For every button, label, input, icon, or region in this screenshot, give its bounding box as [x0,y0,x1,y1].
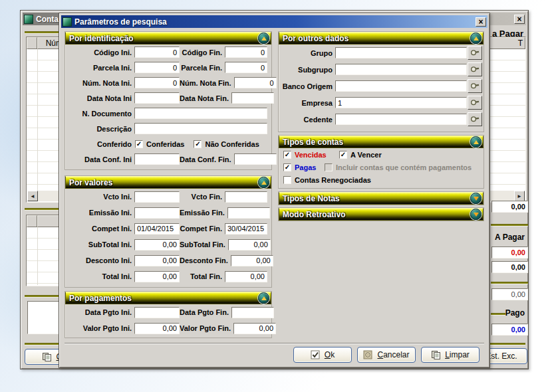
desconto-ini-input[interactable]: 0,00 [134,255,180,266]
field-row: Data Conf. Ini Data Conf. Fin. [65,151,271,167]
pago-label: Pago [505,308,525,318]
data-pgto-ini-input[interactable] [134,307,180,318]
app-icon [24,15,33,24]
parcela-fin-input[interactable]: 0 [225,62,267,73]
subtotal-fin-input[interactable]: 0,00 [228,239,271,250]
collapse-button[interactable] [258,177,269,188]
data-conf-ini-input[interactable] [134,153,180,165]
section-title: Por pagamentos [69,294,132,303]
field-label: Parcela Ini. [67,64,132,72]
a-pagar-red-field: 0,00 [491,246,528,258]
banco-origem-search-button[interactable] [468,79,482,93]
section-header-identificacao: Por identificação [65,32,271,45]
descricao-input[interactable] [134,123,267,134]
conferidas-label: Conferidas [146,140,184,148]
field-row: Descrição [65,121,271,136]
field-label: Valor Pgto Fin. [180,324,231,332]
banco-origem-input[interactable] [335,80,467,92]
button-separator [65,343,484,344]
subgrupo-input[interactable] [335,64,467,75]
field-row: Cedente [279,111,483,128]
codigo-ini-input[interactable]: 0 [134,47,180,58]
cedente-search-button[interactable] [468,112,482,126]
expand-button[interactable] [470,193,482,204]
field-label: Conferido [67,140,132,148]
empresa-search-button[interactable] [468,96,482,110]
pages-icon [42,352,52,362]
valor-pgto-fin-input[interactable]: 0,00 [233,323,276,334]
total-fin-input[interactable]: 0,00 [225,271,267,282]
vcto-ini-input[interactable] [134,191,180,203]
close-icon[interactable]: × [514,15,525,24]
field-label: Emissão Fin. [180,209,225,217]
n-documento-input[interactable] [134,108,267,119]
nao-conferidas-checkbox[interactable]: ✓ [194,140,202,148]
compet-ini-input[interactable]: 01/04/2015 [134,223,180,235]
a-vencer-checkbox[interactable]: ✓ [339,151,347,159]
field-label: Cedente [280,116,333,124]
field-row: SubTotal Ini. 0,00 SubTotal Fin. 0,00 [65,237,271,252]
section-header-tipos-notas: Tipos de Notas [279,192,483,205]
grupo-search-button[interactable] [468,46,482,60]
vencidas-checkbox[interactable]: ✓ [283,151,291,159]
cancelar-button[interactable]: Cancelar [357,347,416,363]
scroll-right-icon[interactable]: ► [514,191,525,201]
field-row: N. Documento [65,106,271,121]
collapse-button[interactable] [258,292,269,304]
search-icon [470,49,480,57]
triangle-up-icon [261,37,267,41]
search-icon [470,82,480,90]
num-nota-fin-input[interactable]: 0 [234,77,277,88]
field-row: Subgrupo [279,61,483,78]
collapse-button[interactable] [258,33,269,44]
field-row: Emissão Ini. Emissão Fin. [65,205,271,221]
desconto-fin-input[interactable]: 0,00 [231,255,273,266]
empresa-input[interactable]: 1 [335,97,467,108]
compet-fin-input[interactable]: 30/04/2015 [225,223,267,235]
subtotal-ini-input[interactable]: 0,00 [134,239,180,250]
contas-renegociadas-checkbox[interactable] [283,176,291,184]
total-ini-input[interactable]: 0,00 [134,271,180,282]
data-nota-ini-input[interactable] [134,92,180,104]
incluir-contas-checkbox[interactable] [325,163,333,171]
ok-button-label: Ok [325,350,335,359]
ok-button[interactable]: Ok [293,347,352,363]
pagas-checkbox[interactable]: ✓ [283,163,291,171]
field-row: Grupo [279,45,483,61]
num-nota-ini-input[interactable]: 0 [134,77,180,88]
est-exc-button-label: Est. Exc. [485,351,517,361]
expand-button[interactable] [470,209,482,220]
cedente-input[interactable] [335,114,467,125]
section-tipos-de-contas: Tipos de contas ✓ Vencidas ✓ A Vencer ✓ … [278,135,484,189]
checkbox-row: Contas Renegociadas [279,173,483,186]
vcto-fin-input[interactable] [225,191,267,203]
collapse-button[interactable] [470,33,482,44]
codigo-fin-input[interactable]: 0 [225,47,267,58]
valor-pgto-ini-input[interactable]: 0,00 [134,323,180,334]
data-conf-fin-input[interactable] [234,153,277,165]
collapse-button[interactable] [470,136,482,147]
data-nota-fin-input[interactable] [231,92,274,104]
close-icon[interactable]: × [476,17,486,27]
emissao-fin-input[interactable] [227,207,270,219]
parametros-de-pesquisa-dialog: Parâmetros de pesquisa × Por identificaç… [59,13,490,368]
grupo-input[interactable] [335,47,467,58]
field-label: Data Conf. Fin. [180,155,231,163]
field-label: N. Documento [67,110,132,118]
limpar-button[interactable]: Limpar [421,347,480,363]
subgrupo-search-button[interactable] [468,62,482,76]
field-label: Total Fin. [180,272,222,280]
data-pgto-fin-input[interactable] [231,307,274,318]
scroll-left-icon[interactable]: ◄ [27,191,38,201]
parcela-ini-input[interactable]: 0 [134,62,180,73]
field-label: Parcela Fin. [180,64,222,72]
conferidas-checkbox[interactable]: ✓ [135,140,143,148]
section-por-identificacao: Por identificação Código Ini. 0 Código F… [65,31,272,170]
field-label: Data Nota Ini [67,94,132,102]
dialog-titlebar[interactable]: Parâmetros de pesquisa × [61,15,487,28]
emissao-ini-input[interactable] [134,207,180,219]
column-header-blank [27,215,37,227]
triangle-up-icon [474,37,479,41]
field-label: Descrição [67,125,132,133]
triangle-down-icon [474,213,479,217]
